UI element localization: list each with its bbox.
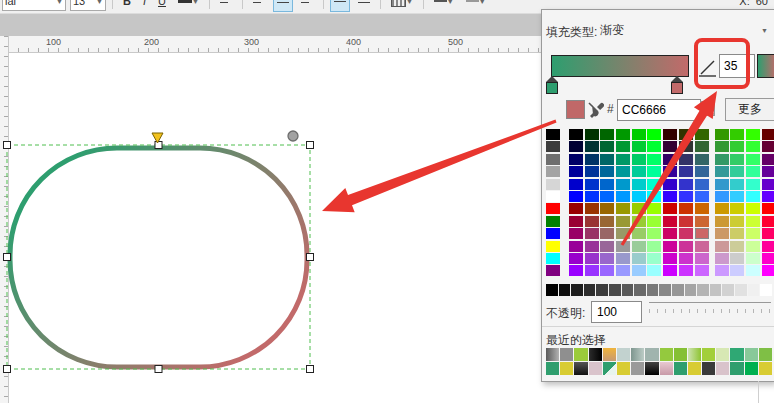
- color-swatch[interactable]: [762, 191, 774, 202]
- color-swatch[interactable]: [716, 362, 729, 375]
- color-swatch[interactable]: [746, 241, 760, 252]
- color-swatch[interactable]: [663, 253, 677, 264]
- color-swatch[interactable]: [585, 216, 599, 227]
- color-swatch[interactable]: [674, 348, 687, 361]
- color-swatch[interactable]: [762, 203, 774, 214]
- color-swatch[interactable]: [546, 348, 559, 361]
- color-swatch[interactable]: [632, 129, 646, 140]
- resize-handle[interactable]: [307, 254, 314, 261]
- color-swatch[interactable]: [695, 191, 709, 202]
- color-swatch[interactable]: [715, 166, 729, 177]
- gradient-stop-end[interactable]: [671, 76, 683, 94]
- color-swatch[interactable]: [645, 348, 658, 361]
- color-swatch[interactable]: [685, 284, 697, 296]
- color-swatch[interactable]: [746, 141, 760, 152]
- color-swatch[interactable]: [585, 241, 599, 252]
- color-swatch[interactable]: [679, 241, 693, 252]
- color-swatch[interactable]: [600, 241, 614, 252]
- color-swatch[interactable]: [546, 141, 560, 152]
- color-swatch[interactable]: [730, 154, 744, 165]
- color-swatch[interactable]: [546, 191, 560, 202]
- color-swatch[interactable]: [546, 228, 560, 239]
- color-swatch[interactable]: [679, 191, 693, 202]
- color-swatch[interactable]: [679, 179, 693, 190]
- color-swatch[interactable]: [647, 241, 661, 252]
- color-swatch[interactable]: [746, 154, 760, 165]
- align-center-button[interactable]: [273, 0, 293, 12]
- color-swatch[interactable]: [697, 284, 709, 296]
- color-swatch[interactable]: [632, 191, 646, 202]
- color-swatch[interactable]: [663, 141, 677, 152]
- eyedropper-icon[interactable]: [588, 98, 604, 118]
- color-swatch[interactable]: [546, 284, 558, 296]
- color-swatch[interactable]: [634, 284, 646, 296]
- color-swatch[interactable]: [663, 166, 677, 177]
- color-swatch[interactable]: [546, 362, 559, 375]
- color-swatch[interactable]: [746, 166, 760, 177]
- hex-color-input[interactable]: [617, 99, 701, 121]
- color-swatch[interactable]: [632, 179, 646, 190]
- color-swatch[interactable]: [715, 241, 729, 252]
- font-color-button[interactable]: ▼: [174, 0, 203, 12]
- color-swatch[interactable]: [603, 362, 616, 375]
- color-swatch[interactable]: [585, 265, 599, 276]
- color-swatch[interactable]: [730, 253, 744, 264]
- color-swatch[interactable]: [663, 154, 677, 165]
- color-swatch[interactable]: [632, 203, 646, 214]
- color-swatch[interactable]: [695, 203, 709, 214]
- color-swatch[interactable]: [762, 141, 774, 152]
- color-swatch[interactable]: [569, 253, 583, 264]
- color-swatch[interactable]: [695, 216, 709, 227]
- resize-handle[interactable]: [155, 142, 162, 149]
- color-swatch[interactable]: [695, 129, 709, 140]
- color-swatch[interactable]: [730, 203, 744, 214]
- color-swatch[interactable]: [730, 141, 744, 152]
- color-swatch[interactable]: [679, 154, 693, 165]
- color-swatch[interactable]: [762, 129, 774, 140]
- color-swatch[interactable]: [559, 284, 571, 296]
- color-swatch[interactable]: [663, 265, 677, 276]
- color-swatch[interactable]: [632, 141, 646, 152]
- color-swatch[interactable]: [663, 191, 677, 202]
- color-swatch[interactable]: [631, 348, 644, 361]
- color-swatch[interactable]: [660, 362, 673, 375]
- color-swatch[interactable]: [746, 265, 760, 276]
- rotation-handle[interactable]: [288, 131, 298, 141]
- color-swatch[interactable]: [730, 129, 744, 140]
- color-swatch[interactable]: [695, 166, 709, 177]
- color-swatch[interactable]: [600, 216, 614, 227]
- color-swatch[interactable]: [569, 154, 583, 165]
- color-swatch[interactable]: [695, 241, 709, 252]
- color-swatch[interactable]: [560, 348, 573, 361]
- gradient-stop-start[interactable]: [546, 76, 558, 94]
- font-family-combo[interactable]: ial ▼: [2, 0, 66, 11]
- color-swatch[interactable]: [546, 241, 560, 252]
- color-swatch[interactable]: [715, 129, 729, 140]
- color-swatch[interactable]: [622, 284, 634, 296]
- color-swatch[interactable]: [715, 228, 729, 239]
- color-swatch[interactable]: [745, 362, 758, 375]
- color-swatch[interactable]: [647, 284, 659, 296]
- color-swatch[interactable]: [647, 228, 661, 239]
- bold-button[interactable]: B: [119, 0, 135, 12]
- color-swatch[interactable]: [735, 284, 747, 296]
- align-left-button[interactable]: [249, 0, 269, 12]
- color-swatch[interactable]: [647, 141, 661, 152]
- color-swatch[interactable]: [659, 284, 671, 296]
- color-swatch[interactable]: [600, 253, 614, 264]
- color-swatch[interactable]: [663, 203, 677, 214]
- color-swatch[interactable]: [645, 362, 658, 375]
- font-size-combo[interactable]: 13 ▼: [70, 0, 106, 11]
- color-swatch[interactable]: [569, 179, 583, 190]
- color-swatch[interactable]: [715, 216, 729, 227]
- color-swatch[interactable]: [715, 191, 729, 202]
- color-swatch[interactable]: [762, 265, 774, 276]
- color-swatch[interactable]: [746, 191, 760, 202]
- color-swatch[interactable]: [679, 129, 693, 140]
- fill-type-dropdown[interactable]: 渐变 ▼: [596, 20, 768, 40]
- color-swatch[interactable]: [546, 265, 560, 276]
- color-swatch[interactable]: [569, 216, 583, 227]
- color-swatch[interactable]: [585, 141, 599, 152]
- color-swatch[interactable]: [695, 154, 709, 165]
- color-swatch[interactable]: [616, 166, 630, 177]
